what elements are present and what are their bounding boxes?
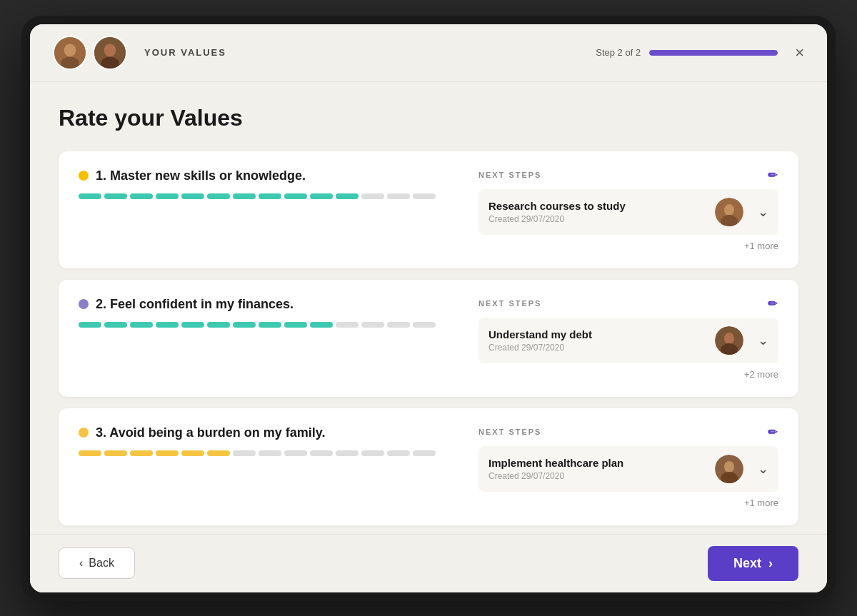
- seg: [259, 193, 281, 199]
- value-card-3: 3. Avoid being a burden on my family.: [59, 408, 798, 525]
- avatar-2: [93, 36, 127, 70]
- main-content: Rate your Values 1. Master new skills or…: [30, 82, 827, 534]
- next-step-item-3: Implement healthcare plan Created 29/07/…: [478, 446, 778, 492]
- step-info-text-2: Understand my debt Created 29/07/2020: [488, 328, 706, 353]
- seg: [413, 450, 436, 456]
- seg: [104, 322, 127, 328]
- avatar-image-1: [54, 37, 86, 69]
- chevron-icon-3[interactable]: ⌄: [758, 461, 768, 477]
- next-steps-text-3: NEXT STEPS: [478, 428, 541, 436]
- next-chevron-icon: ›: [768, 556, 773, 571]
- seg: [284, 450, 307, 456]
- progress-bar-fill: [649, 50, 778, 56]
- avatars: [53, 36, 127, 70]
- progress-bar-container: [649, 50, 778, 56]
- seg: [361, 450, 384, 456]
- seg: [336, 322, 359, 328]
- card-header-1: 1. Master new skills or knowledge.: [79, 168, 456, 183]
- seg: [387, 322, 410, 328]
- seg: [207, 450, 230, 456]
- card-right-2: NEXT STEPS ✏ Understand my debt Created …: [478, 297, 778, 380]
- svg-point-10: [724, 333, 734, 344]
- next-steps-text-1: NEXT STEPS: [478, 171, 541, 179]
- next-step-item-2: Understand my debt Created 29/07/2020 ⌄: [478, 318, 778, 363]
- header: YOUR VALUES Step 2 of 2 ×: [30, 24, 827, 82]
- svg-point-7: [724, 204, 734, 216]
- card-header-2: 2. Feel confident in my finances.: [79, 297, 456, 312]
- value-card-1: 1. Master new skills or knowledge.: [59, 151, 798, 268]
- step-info-text-1: Research courses to study Created 29/07/…: [488, 200, 706, 224]
- step-title-3: Implement healthcare plan: [488, 457, 706, 469]
- step-avatar-svg-1: [715, 198, 743, 226]
- seg: [387, 193, 410, 199]
- seg: [79, 322, 101, 328]
- close-button[interactable]: ×: [795, 45, 804, 61]
- person-svg-2: [94, 36, 126, 70]
- card-left-2: 2. Feel confident in my finances.: [79, 297, 478, 328]
- seg: [361, 322, 384, 328]
- avatar-image-2: [94, 37, 126, 69]
- seg: [130, 450, 153, 456]
- seg: [207, 322, 230, 328]
- next-steps-text-2: NEXT STEPS: [478, 299, 541, 308]
- seg: [156, 450, 179, 456]
- seg: [413, 322, 436, 328]
- device-frame: YOUR VALUES Step 2 of 2 × Rate your Valu…: [21, 16, 836, 601]
- chevron-icon-1[interactable]: ⌄: [758, 204, 768, 220]
- seg: [156, 322, 179, 328]
- more-text-2: +2 more: [478, 369, 778, 380]
- next-step-item-1: Research courses to study Created 29/07/…: [478, 189, 778, 235]
- seg: [310, 193, 333, 199]
- rating-bar-3: [79, 450, 456, 456]
- value-title-1: 1. Master new skills or knowledge.: [96, 168, 306, 183]
- next-button[interactable]: Next ›: [708, 546, 798, 581]
- step-avatar-2: [715, 326, 743, 355]
- back-label: Back: [89, 557, 114, 570]
- card-left-3: 3. Avoid being a burden on my family.: [79, 425, 478, 456]
- seg: [233, 450, 256, 456]
- step-title-1: Research courses to study: [488, 200, 706, 212]
- step-date-1: Created 29/07/2020: [488, 214, 706, 224]
- value-dot-1: [79, 171, 89, 181]
- step-avatar-3: [715, 455, 743, 483]
- svg-point-2: [61, 56, 79, 69]
- more-text-1: +1 more: [478, 241, 778, 251]
- card-right-3: NEXT STEPS ✏ Implement healthcare plan C…: [478, 425, 778, 508]
- seg: [387, 450, 410, 456]
- rating-bar-2: [79, 322, 456, 328]
- seg: [259, 322, 281, 328]
- next-steps-label-3: NEXT STEPS ✏: [478, 425, 778, 439]
- seg: [233, 193, 256, 199]
- step-info: Step 2 of 2: [596, 47, 778, 58]
- seg: [207, 193, 230, 199]
- svg-point-13: [724, 461, 734, 473]
- person-svg-1: [54, 36, 86, 70]
- seg: [259, 450, 281, 456]
- card-right-1: NEXT STEPS ✏ Research courses to study C…: [478, 168, 778, 251]
- card-header-3: 3. Avoid being a burden on my family.: [79, 425, 456, 440]
- value-card-2: 2. Feel confident in my finances.: [59, 280, 798, 397]
- seg: [79, 450, 101, 456]
- seg: [104, 193, 127, 199]
- step-avatar-svg-2: [715, 326, 743, 355]
- seg: [310, 450, 333, 456]
- screen: YOUR VALUES Step 2 of 2 × Rate your Valu…: [30, 24, 827, 592]
- step-date-3: Created 29/07/2020: [488, 471, 706, 481]
- value-title-2: 2. Feel confident in my finances.: [96, 297, 294, 312]
- seg: [284, 322, 307, 328]
- seg: [181, 450, 204, 456]
- edit-icon-3[interactable]: ✏: [768, 425, 778, 439]
- value-title-3: 3. Avoid being a burden on my family.: [96, 425, 325, 440]
- edit-icon-2[interactable]: ✏: [768, 297, 778, 310]
- seg: [156, 193, 179, 199]
- more-text-3: +1 more: [478, 498, 778, 508]
- back-chevron-icon: ‹: [79, 557, 83, 570]
- back-button[interactable]: ‹ Back: [59, 547, 135, 579]
- seg: [130, 193, 153, 199]
- step-date-2: Created 29/07/2020: [488, 343, 706, 353]
- rating-bar-1: [79, 193, 456, 199]
- chevron-icon-2[interactable]: ⌄: [758, 333, 768, 348]
- seg: [181, 322, 204, 328]
- header-title: YOUR VALUES: [144, 47, 226, 58]
- edit-icon-1[interactable]: ✏: [768, 168, 778, 182]
